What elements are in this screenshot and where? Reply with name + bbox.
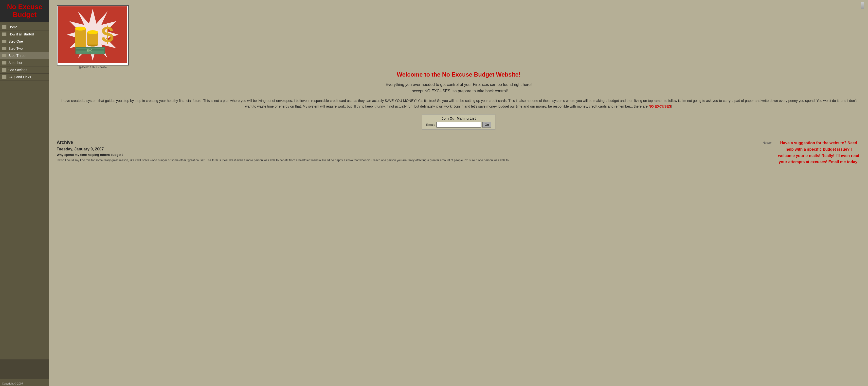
svg-text:$100: $100 [87, 49, 92, 52]
money-illustration: $ $100 [58, 6, 127, 63]
sidebar-item-car-savings[interactable]: Car Savings [0, 67, 49, 74]
top-image-container: $ $100 @#345913 Photos To Go [57, 5, 129, 69]
image-caption: @#345913 Photos To Go [57, 66, 129, 69]
body-text-main: I have created a system that guides you … [61, 99, 857, 108]
mailing-list-box: Join Our Mailing List Email: Go [422, 114, 495, 130]
pin-icon [861, 2, 864, 9]
tagline-line1: Everything you ever needed to get contro… [386, 82, 532, 86]
email-input[interactable] [436, 122, 481, 128]
nav-bullet [2, 54, 6, 57]
sidebar-item-label: FAQ and Links [8, 75, 31, 79]
nav-list: Home How it all started Step One Step Tw… [0, 24, 49, 359]
sidebar-item-label: Car Savings [8, 68, 27, 72]
site-title: No Excuse Budget [2, 3, 47, 19]
svg-point-7 [87, 30, 98, 34]
sidebar-item-step-one[interactable]: Step One [0, 38, 49, 45]
svg-text:$: $ [101, 22, 114, 47]
mailing-list-title: Join Our Mailing List [426, 116, 491, 120]
sidebar-item-step-four[interactable]: Step four [0, 59, 49, 67]
content-divider [57, 137, 861, 137]
nav-bullet [2, 61, 6, 65]
go-button[interactable]: Go [482, 122, 491, 128]
sidebar-item-label: Step Three [8, 54, 25, 58]
sidebar-item-step-three[interactable]: Step Three [0, 52, 49, 59]
main-content: $ $100 @#345913 Photos To Go Welcome to … [49, 0, 868, 386]
archive-left: Archive Newer Tuesday, January 9, 2007 W… [57, 140, 772, 165]
svg-point-4 [75, 27, 86, 31]
body-text-end: ! [671, 104, 672, 108]
sidebar-item-label: Home [8, 25, 18, 29]
archive-area: Archive Newer Tuesday, January 9, 2007 W… [57, 140, 861, 165]
sidebar: No Excuse Budget Home How it all started… [0, 0, 49, 386]
archive-header: Archive [57, 140, 73, 145]
nav-bullet [2, 40, 6, 43]
newer-link[interactable]: Newer [763, 141, 772, 144]
sidebar-item-home[interactable]: Home [0, 24, 49, 31]
archive-date: Tuesday, January 9, 2007 [57, 147, 772, 151]
tagline: Everything you ever needed to get contro… [57, 81, 861, 94]
sidebar-item-label: How it all started [8, 32, 34, 36]
nav-bullet [2, 75, 6, 79]
top-image-border: $ $100 [57, 5, 129, 66]
sidebar-item-label: Step One [8, 39, 23, 43]
article-body: I wish I could say I do this for some re… [57, 158, 772, 163]
nav-bullet [2, 47, 6, 50]
welcome-section: Welcome to the No Excuse Budget Website!… [57, 71, 861, 135]
email-form: Email: Go [426, 122, 491, 128]
svg-rect-3 [75, 29, 86, 47]
body-text: I have created a system that guides you … [57, 98, 861, 109]
sidebar-item-label: Step Two [8, 46, 23, 50]
tagline-line2: I accept NO EXCUSES, so prepare to take … [410, 89, 508, 93]
nav-bullet [2, 33, 6, 36]
welcome-heading: Welcome to the No Excuse Budget Website! [57, 71, 861, 78]
sidebar-item-step-two[interactable]: Step Two [0, 45, 49, 52]
nav-bullet [2, 25, 6, 29]
sidebar-item-how-it-all-started[interactable]: How it all started [0, 31, 49, 38]
sidebar-item-label: Step four [8, 61, 23, 65]
nav-bullet [2, 68, 6, 72]
copyright-text: Copyright © 2007 [0, 381, 49, 386]
email-label: Email: [426, 123, 435, 127]
suggestion-text: Have a suggestion for the website? Need … [777, 140, 861, 165]
sidebar-decorative-bottom [0, 359, 49, 379]
no-excuses-text: NO EXCUSES [649, 104, 671, 108]
sidebar-item-faq[interactable]: FAQ and Links [0, 74, 49, 81]
archive-right: Have a suggestion for the website? Need … [777, 140, 861, 165]
article-title: Why spend my time helping others budget? [57, 153, 772, 156]
site-title-block: No Excuse Budget [0, 0, 49, 22]
